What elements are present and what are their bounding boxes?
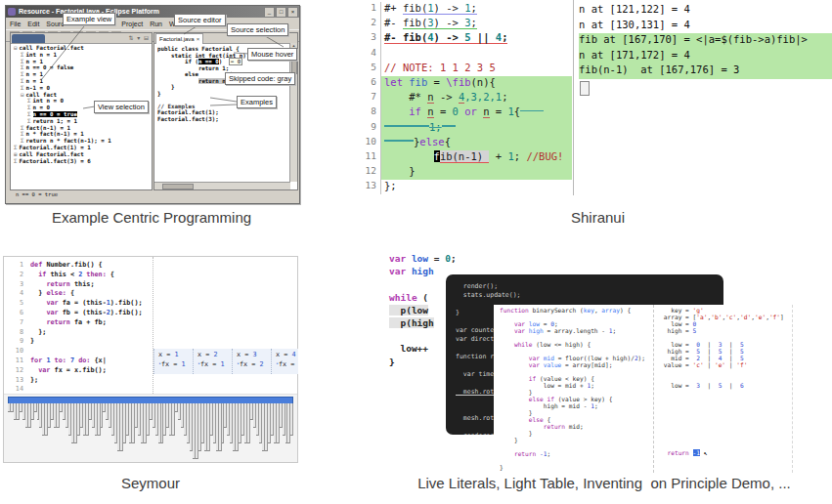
code-line[interactable]: #- fib(4) -> 5 || 4; bbox=[384, 31, 572, 46]
maximize-button[interactable]: □ bbox=[276, 7, 286, 18]
tree-row[interactable]: Σn-1 = 0 bbox=[12, 85, 144, 92]
code-line[interactable]: }else{ bbox=[384, 136, 572, 150]
code-line[interactable]: var low = 0; bbox=[389, 253, 457, 266]
menu-edit[interactable]: Edit bbox=[27, 21, 39, 27]
code-line[interactable]: while (low <= high) { bbox=[500, 341, 645, 348]
probe-cell[interactable]: x = 3•fx = 2 bbox=[232, 349, 271, 374]
value-icon[interactable]: Σ bbox=[14, 158, 18, 164]
menu-file[interactable]: File bbox=[10, 21, 21, 27]
code-line[interactable]: var mid = floor((low + high)/2); bbox=[500, 355, 645, 361]
code-line[interactable]: } bbox=[30, 337, 143, 347]
code-line[interactable]: let fib = \fib(n){ bbox=[384, 76, 572, 91]
code-line[interactable]: return this; bbox=[30, 280, 143, 290]
tree-row[interactable]: Σn = 1 bbox=[12, 59, 144, 65]
close-button[interactable]: × bbox=[287, 7, 298, 18]
editor-tab[interactable]: Factorial.java× bbox=[155, 33, 203, 44]
code-line[interactable]: if this < 2 then: { bbox=[30, 271, 143, 280]
code-line[interactable]: #* n -> 4,3,2,1; bbox=[384, 91, 572, 105]
code-line[interactable]: for 1 to: 7 do: {x| bbox=[30, 357, 143, 366]
code-line[interactable] bbox=[30, 347, 143, 357]
example-tree[interactable]: ⊟call Factorial.factΣint n = 1Σn = 1Σn =… bbox=[12, 45, 144, 189]
tree-row[interactable]: Σn == 0 = false bbox=[12, 64, 144, 71]
code-line[interactable]: } bbox=[500, 430, 645, 437]
code-line[interactable]: }; bbox=[30, 376, 143, 386]
call-expander-icon[interactable]: ⊞ bbox=[14, 151, 18, 157]
source-editor[interactable]: public class Factorial { static int fact… bbox=[157, 46, 289, 182]
code-line[interactable]: high = mid - 1; bbox=[500, 402, 645, 409]
tree-row[interactable]: Σreturn n * fact(n-1); = 1 bbox=[12, 138, 144, 145]
code-line[interactable]: }; bbox=[384, 180, 572, 194]
call-tree-visualization[interactable] bbox=[4, 394, 297, 462]
tab-close-icon[interactable]: × bbox=[197, 36, 200, 42]
binary-search-code[interactable]: function binarySearch (key, array) { var… bbox=[500, 307, 645, 471]
code-line[interactable] bbox=[500, 334, 645, 341]
shiranui-code[interactable]: #+ fib(1) -> 1;#- fib(3) -> 3;#- fib(4) … bbox=[380, 2, 572, 194]
value-icon[interactable]: Σ bbox=[27, 98, 31, 104]
code-line[interactable]: if n = 0 or n = 1{ bbox=[384, 105, 572, 120]
value-icon[interactable]: Σ bbox=[14, 145, 18, 150]
code-line[interactable]: // NOTE: 1 1 2 3 5 bbox=[384, 62, 572, 76]
code-line[interactable]: var fx = x.fib(); bbox=[30, 366, 143, 376]
tree-row[interactable]: Σn * fact(n-1) = 1 bbox=[12, 131, 144, 138]
code-line[interactable]: return mid; bbox=[500, 423, 645, 430]
tree-row[interactable]: Σn = 1 bbox=[12, 78, 144, 85]
probe-cell[interactable]: x = 2•fx = 1 bbox=[193, 349, 232, 374]
code-line[interactable]: } bbox=[500, 389, 645, 396]
value-icon[interactable]: Σ bbox=[21, 125, 24, 131]
value-icon[interactable]: Σ bbox=[21, 85, 24, 91]
code-line[interactable]: var low = 0; bbox=[500, 320, 645, 327]
value-icon[interactable]: Σ bbox=[21, 71, 24, 77]
code-line[interactable]: stats.update(); bbox=[456, 291, 723, 300]
example-view-tab[interactable] bbox=[12, 34, 45, 43]
menu-project[interactable]: Project bbox=[121, 21, 143, 27]
code-line[interactable]: return -1; bbox=[500, 450, 645, 457]
window-titlebar[interactable]: Resource - Factorial.java - Eclipse Plat… bbox=[6, 6, 299, 18]
code-line[interactable]: Factorial.fact(3); bbox=[157, 116, 289, 123]
vertical-scrollbar[interactable]: ▲ bbox=[289, 43, 297, 182]
tree-row[interactable]: ⊞call Factorial.fact bbox=[12, 151, 144, 158]
code-line[interactable]: var value = array[mid]; bbox=[500, 361, 645, 368]
code-line[interactable]: } else: { bbox=[30, 289, 143, 299]
code-line[interactable]: var high = array.length - 1; bbox=[500, 327, 645, 334]
code-line[interactable]: else if (value > key) { bbox=[500, 396, 645, 402]
code-line[interactable]: render(); bbox=[456, 282, 723, 291]
value-icon[interactable]: Σ bbox=[21, 138, 24, 144]
code-line[interactable]: }; bbox=[30, 328, 143, 338]
code-line[interactable]: } bbox=[500, 409, 645, 416]
value-icon[interactable]: Σ bbox=[27, 118, 31, 124]
code-line[interactable]: #- fib(3) -> 3; bbox=[384, 17, 572, 31]
tree-row[interactable]: ⊟call Factorial.fact bbox=[12, 45, 144, 52]
scrollbar-thumb[interactable] bbox=[162, 184, 194, 189]
code-line[interactable]: def Number.fib() { bbox=[30, 261, 143, 271]
tree-row[interactable]: Σreturn 1; = 1 bbox=[12, 118, 144, 125]
panel-divider[interactable] bbox=[573, 0, 574, 195]
probe-cell[interactable]: x = 4•fx = bbox=[271, 349, 298, 374]
code-line[interactable]: var fb = (this-2).fib(); bbox=[30, 309, 143, 318]
code-line[interactable] bbox=[500, 348, 645, 355]
code-line[interactable]: else { bbox=[500, 416, 645, 423]
shiranui-output-panel[interactable]: n at [121,122] = 4 n at [130,131] = 4 fi… bbox=[579, 3, 832, 101]
value-icon[interactable]: Σ bbox=[21, 59, 24, 64]
code-line[interactable] bbox=[384, 47, 572, 62]
tree-row[interactable]: Σfact(n-1) = 1 bbox=[12, 125, 144, 132]
tree-row[interactable]: Σn = 1 bbox=[12, 71, 144, 78]
menu-run[interactable]: Run bbox=[150, 21, 162, 27]
code-line[interactable]: 1; bbox=[384, 121, 572, 136]
code-line[interactable]: if (value < key) { bbox=[500, 375, 645, 382]
code-line[interactable]: } bbox=[500, 464, 645, 471]
value-icon[interactable]: Σ bbox=[21, 52, 24, 58]
value-icon[interactable]: Σ bbox=[21, 64, 24, 70]
code-line[interactable]: } bbox=[500, 437, 645, 443]
tree-row[interactable]: ΣFactorial.fact(3) = 6 bbox=[12, 158, 144, 165]
value-icon[interactable]: Σ bbox=[27, 105, 31, 110]
tree-row[interactable]: Σint n = 1 bbox=[12, 52, 144, 59]
tree-row[interactable]: ΣFactorial.fact(1) = 1 bbox=[12, 145, 144, 151]
value-icon[interactable]: Σ bbox=[21, 131, 24, 137]
call-expander-icon[interactable]: ⊟ bbox=[21, 92, 24, 98]
value-icon[interactable]: Σ bbox=[27, 111, 31, 117]
code-line[interactable] bbox=[500, 314, 645, 320]
code-line[interactable]: function binarySearch (key, array) { bbox=[500, 307, 645, 314]
code-line[interactable]: low = mid + 1; bbox=[500, 382, 645, 389]
code-line[interactable]: } bbox=[384, 165, 572, 180]
probe-cell[interactable]: x = 1•fx = 1 bbox=[153, 349, 193, 374]
